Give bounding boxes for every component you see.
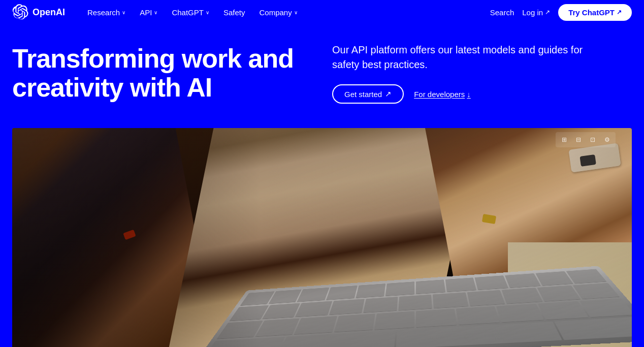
nav-links: Research ∨ API ∨ ChatGPT ∨ Safety Compan… bbox=[81, 4, 490, 21]
api-chevron-icon: ∨ bbox=[154, 10, 157, 15]
for-developers-arrow-icon: ↓ bbox=[467, 90, 471, 99]
chatgpt-chevron-icon: ∨ bbox=[206, 10, 209, 15]
hero-headline-area: Transforming work and creativity with AI bbox=[12, 44, 312, 102]
hero-section: Transforming work and creativity with AI… bbox=[0, 24, 644, 128]
image-controls: ⊞ ⊟ ⊡ ⚙ bbox=[556, 132, 616, 147]
try-chatgpt-button[interactable]: Try ChatGPT ↗ bbox=[558, 4, 632, 21]
hero-description: Our API platform offers our latest model… bbox=[332, 43, 596, 72]
get-started-button[interactable]: Get started ↗ bbox=[332, 84, 404, 104]
nav-link-safety[interactable]: Safety bbox=[217, 4, 251, 21]
company-chevron-icon: ∨ bbox=[294, 10, 298, 15]
logo-text: OpenAI bbox=[33, 7, 65, 18]
try-arrow-icon: ↗ bbox=[617, 9, 622, 16]
openai-logo-icon bbox=[12, 4, 28, 20]
image-control-2[interactable]: ⊟ bbox=[573, 134, 584, 145]
hero-content-area: Our API platform offers our latest model… bbox=[332, 43, 632, 104]
hero-image bbox=[12, 128, 632, 347]
hero-image-section: ⊞ ⊟ ⊡ ⚙ bbox=[0, 128, 644, 347]
nav-link-chatgpt[interactable]: ChatGPT ∨ bbox=[166, 4, 215, 21]
nav-right: Search Log in ↗ Try ChatGPT ↗ bbox=[490, 4, 632, 21]
image-control-settings[interactable]: ⚙ bbox=[601, 134, 613, 145]
hero-image-container: ⊞ ⊟ ⊡ ⚙ bbox=[12, 128, 632, 347]
nav-link-research[interactable]: Research ∨ bbox=[81, 4, 132, 21]
nav-link-api[interactable]: API ∨ bbox=[134, 4, 164, 21]
image-control-3[interactable]: ⊡ bbox=[587, 134, 598, 145]
hero-headline: Transforming work and creativity with AI bbox=[12, 44, 312, 102]
get-started-arrow-icon: ↗ bbox=[385, 89, 392, 99]
navigation: OpenAI Research ∨ API ∨ ChatGPT ∨ Safety… bbox=[0, 0, 644, 24]
search-link[interactable]: Search bbox=[490, 8, 514, 17]
logo[interactable]: OpenAI bbox=[12, 4, 65, 20]
research-chevron-icon: ∨ bbox=[122, 10, 125, 15]
left-dark-overlay bbox=[12, 128, 260, 347]
nav-link-company[interactable]: Company ∨ bbox=[253, 4, 303, 21]
login-arrow-icon: ↗ bbox=[545, 9, 550, 16]
for-developers-button[interactable]: For developers ↓ bbox=[414, 90, 471, 99]
image-control-1[interactable]: ⊞ bbox=[559, 134, 570, 145]
hero-cta-area: Get started ↗ For developers ↓ bbox=[332, 84, 632, 104]
login-link[interactable]: Log in ↗ bbox=[522, 8, 550, 17]
phone-camera-bump bbox=[579, 154, 596, 167]
